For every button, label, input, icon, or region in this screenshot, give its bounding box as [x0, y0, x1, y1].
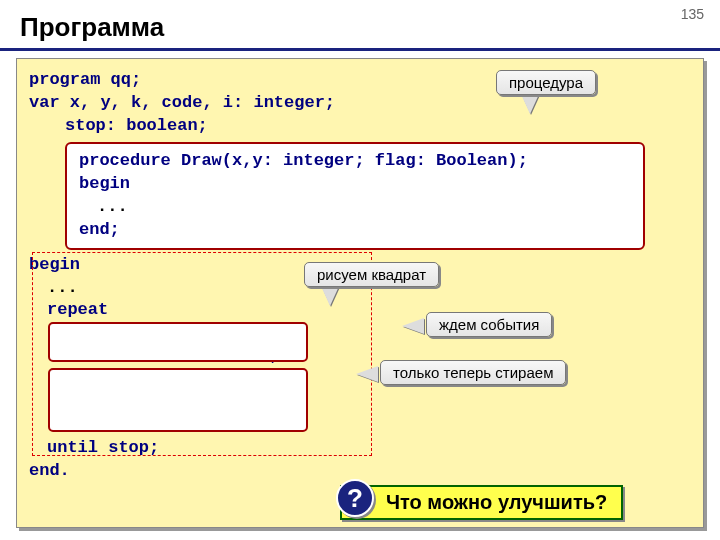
code-line: end; [79, 219, 631, 242]
callout-pointer [402, 318, 424, 334]
code-line: procedure Draw(x,y: integer; flag: Boole… [79, 150, 631, 173]
code-line: repeat [47, 299, 691, 322]
draw-event-highlight-box [48, 368, 308, 432]
while-highlight-box [48, 322, 308, 362]
code-line: until stop; [47, 437, 691, 460]
callout-pointer [320, 284, 340, 306]
callout-wait-event: ждем события [426, 312, 552, 337]
callout-procedure: процедура [496, 70, 596, 95]
callout-now-erase: только теперь стираем [380, 360, 566, 385]
code-line: var x, y, k, code, i: integer; [29, 92, 691, 115]
page-number: 135 [681, 6, 704, 22]
question-icon: ? [336, 479, 374, 517]
callout-pointer [520, 92, 540, 114]
code-line: stop: boolean; [65, 115, 691, 138]
question-bar: ? Что можно улучшить? [340, 485, 623, 520]
code-line: begin [79, 173, 631, 196]
question-text: Что можно улучшить? [386, 491, 607, 513]
procedure-box: procedure Draw(x,y: integer; flag: Boole… [65, 142, 645, 250]
code-block: program qq; var x, y, k, code, i: intege… [16, 58, 704, 528]
title-rule [0, 48, 720, 51]
callout-pointer [356, 366, 378, 382]
page-title: Программа [20, 12, 164, 43]
callout-draw-square: рисуем квадрат [304, 262, 439, 287]
code-line: ... [97, 196, 631, 219]
